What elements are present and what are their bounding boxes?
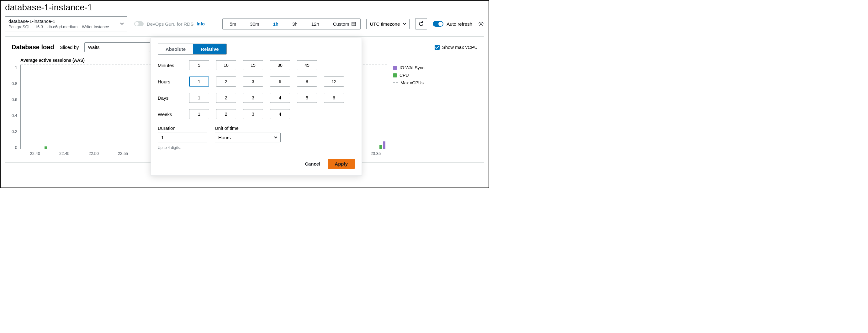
auto-refresh-toggle[interactable] — [433, 21, 443, 27]
hours-option[interactable]: 1 — [189, 77, 209, 87]
range-tab-3h[interactable]: 3h — [285, 19, 305, 29]
days-option[interactable]: 2 — [216, 93, 236, 103]
svg-point-6 — [354, 25, 354, 25]
minutes-option[interactable]: 30 — [270, 60, 290, 70]
x-tick: 23:35 — [371, 151, 381, 156]
x-tick: 22:40 — [30, 151, 40, 156]
chart-bar — [44, 146, 47, 149]
custom-time-popover: Absolute Relative Minutes 5 10 15 30 45 … — [151, 38, 362, 176]
hours-option[interactable]: 3 — [243, 77, 263, 87]
instance-meta: PostgreSQL 16.3 db.c6gd.medium Writer in… — [8, 25, 116, 29]
instance-selector[interactable]: database-1-instance-1 PostgreSQL 16.3 db… — [5, 16, 127, 31]
x-tick: 22:45 — [59, 151, 70, 156]
legend-swatch-green — [393, 73, 397, 78]
minutes-option[interactable]: 15 — [243, 60, 263, 70]
days-option[interactable]: 1 — [189, 93, 209, 103]
duration-label: Duration — [158, 125, 207, 131]
days-option[interactable]: 6 — [324, 93, 344, 103]
refresh-icon — [418, 21, 424, 27]
settings-button[interactable] — [478, 21, 484, 27]
chart-bar — [379, 145, 382, 149]
days-row: Days 1 2 3 4 5 6 — [158, 93, 355, 103]
minutes-option[interactable]: 10 — [216, 60, 236, 70]
unit-value: Hours — [218, 135, 231, 140]
sliced-by-value: Waits — [88, 44, 99, 50]
calendar-icon — [351, 22, 356, 26]
chevron-down-icon — [274, 137, 277, 139]
y-tick: 0.4 — [11, 113, 17, 118]
instance-engine: PostgreSQL — [8, 25, 31, 29]
minutes-option[interactable]: 45 — [297, 60, 317, 70]
devops-guru-toggle-group: DevOps Guru for RDS Info — [134, 21, 205, 27]
range-tab-5m[interactable]: 5m — [223, 19, 243, 29]
y-tick: 0.2 — [11, 129, 17, 134]
duration-hint: Up to 4 digits. — [158, 146, 207, 150]
x-tick: 22:50 — [88, 151, 99, 156]
gear-icon — [478, 21, 484, 27]
apply-button[interactable]: Apply — [328, 159, 355, 169]
unit-label: Unit of time — [215, 125, 281, 131]
weeks-row: Weeks 1 2 3 4 — [158, 109, 355, 119]
y-tick: 0 — [15, 145, 17, 150]
svg-point-2 — [353, 24, 353, 25]
days-option[interactable]: 4 — [270, 93, 290, 103]
cancel-button[interactable]: Cancel — [303, 159, 322, 169]
range-tab-12h[interactable]: 12h — [305, 19, 326, 29]
range-tab-custom-label: Custom — [333, 21, 349, 27]
refresh-button[interactable] — [415, 18, 427, 29]
weeks-option[interactable]: 4 — [270, 109, 290, 119]
toolbar: database-1-instance-1 PostgreSQL 16.3 db… — [1, 16, 489, 36]
days-label: Days — [158, 95, 189, 101]
hours-option[interactable]: 6 — [270, 77, 290, 87]
y-axis-labels: 1 0.8 0.6 0.4 0.2 0 — [11, 65, 20, 150]
tab-relative[interactable]: Relative — [193, 44, 226, 54]
hours-option[interactable]: 12 — [324, 77, 344, 87]
weeks-option[interactable]: 1 — [189, 109, 209, 119]
duration-input[interactable] — [158, 133, 207, 142]
minutes-label: Minutes — [158, 63, 189, 68]
chart-bar — [383, 142, 385, 149]
x-tick: 22:55 — [118, 151, 128, 156]
instance-role: Writer instance — [82, 25, 109, 29]
tab-absolute[interactable]: Absolute — [158, 44, 193, 54]
legend-item[interactable]: CPU — [393, 73, 477, 78]
range-tab-1h[interactable]: 1h — [266, 19, 286, 29]
timezone-select[interactable]: UTC timezone — [366, 19, 409, 29]
weeks-label: Weeks — [158, 112, 189, 117]
legend-swatch-dash — [393, 83, 398, 83]
weeks-option[interactable]: 3 — [243, 109, 263, 119]
y-tick: 1 — [15, 65, 17, 70]
hours-option[interactable]: 8 — [297, 77, 317, 87]
svg-point-4 — [355, 24, 355, 25]
show-max-vcpu-checkbox[interactable] — [435, 45, 440, 50]
days-option[interactable]: 5 — [297, 93, 317, 103]
legend-swatch-purple — [393, 66, 397, 70]
legend-item: Max vCPUs — [393, 80, 477, 85]
svg-point-3 — [354, 24, 354, 25]
timezone-value: UTC timezone — [370, 21, 400, 27]
auto-refresh-toggle-group: Auto refresh — [433, 21, 472, 27]
devops-guru-label: DevOps Guru for RDS — [147, 21, 193, 27]
minutes-option[interactable]: 5 — [189, 60, 209, 70]
legend: IO:WALSync CPU Max vCPUs — [386, 65, 477, 156]
sliced-by-select[interactable]: Waits — [84, 42, 150, 52]
days-option[interactable]: 3 — [243, 93, 263, 103]
page-title: database-1-instance-1 — [1, 1, 489, 16]
range-tab-30m[interactable]: 30m — [243, 19, 266, 29]
time-mode-segment: Absolute Relative — [158, 43, 227, 55]
instance-class: db.c6gd.medium — [48, 25, 78, 29]
svg-point-7 — [355, 25, 355, 25]
instance-name: database-1-instance-1 — [8, 19, 116, 24]
sliced-by-label: Sliced by — [60, 44, 79, 50]
info-link[interactable]: Info — [197, 21, 205, 26]
hours-option[interactable]: 2 — [216, 77, 236, 87]
weeks-option[interactable]: 2 — [216, 109, 236, 119]
svg-point-5 — [353, 25, 353, 25]
panel-title: Database load — [11, 43, 54, 51]
devops-guru-toggle[interactable] — [134, 21, 144, 26]
range-tab-custom[interactable]: Custom — [326, 19, 361, 29]
legend-item[interactable]: IO:WALSync — [393, 65, 477, 70]
legend-label: IO:WALSync — [400, 65, 425, 70]
y-tick: 0.6 — [11, 97, 17, 102]
unit-select[interactable]: Hours — [215, 133, 281, 142]
